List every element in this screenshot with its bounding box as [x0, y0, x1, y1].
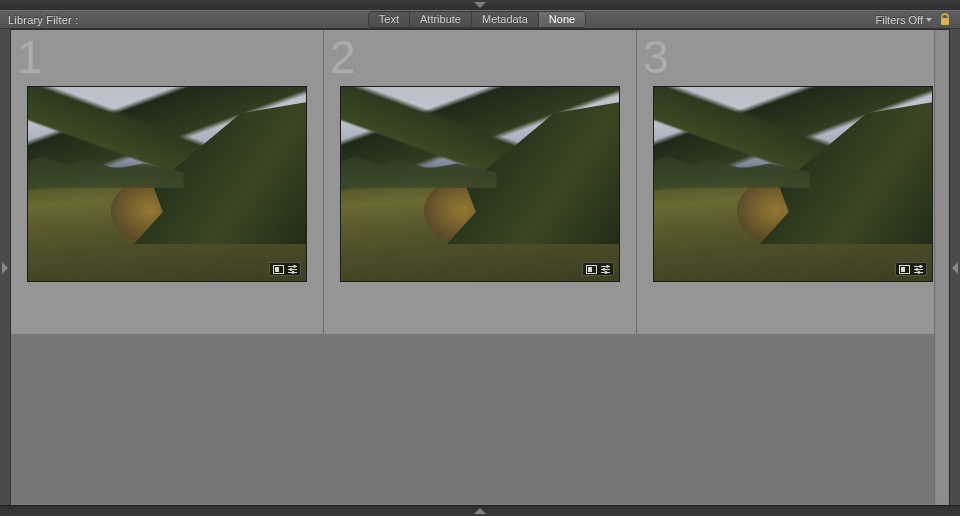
auto-tone-icon	[898, 264, 910, 274]
filter-lock-button[interactable]	[938, 13, 952, 27]
develop-adjust-icon	[599, 264, 611, 274]
svg-point-25	[919, 265, 922, 268]
svg-marker-28	[474, 508, 486, 514]
panel-toggle-right[interactable]	[950, 29, 960, 506]
grid-scrollbar[interactable]	[934, 30, 949, 505]
thumbnail-image	[341, 87, 619, 281]
panel-toggle-bottom[interactable]	[0, 505, 960, 516]
cell-index: 1	[17, 30, 43, 84]
cell-index: 2	[330, 30, 356, 84]
svg-point-7	[289, 268, 292, 271]
filter-bar-right: Filters Off	[876, 13, 952, 27]
develop-adjust-icon	[286, 264, 298, 274]
svg-point-15	[602, 268, 605, 271]
grid-row: 1 2	[11, 30, 949, 334]
expand-right-icon	[951, 258, 959, 278]
grid-cell[interactable]: 1	[11, 30, 324, 334]
expand-left-icon	[1, 258, 9, 278]
svg-rect-21	[901, 267, 905, 272]
collapse-top-icon	[470, 1, 490, 9]
svg-rect-5	[275, 267, 279, 272]
thumbnail-frame[interactable]	[27, 86, 307, 282]
filter-bar-title: Library Filter :	[8, 14, 78, 26]
filter-segmented-control: Text Attribute Metadata None	[78, 11, 875, 28]
thumbnail-image	[654, 87, 932, 281]
auto-tone-icon	[585, 264, 597, 274]
thumbnail-badge-group[interactable]	[895, 262, 927, 276]
svg-point-17	[606, 265, 609, 268]
svg-point-27	[917, 271, 920, 274]
develop-adjust-icon	[912, 264, 924, 274]
filter-segment-group: Text Attribute Metadata None	[368, 11, 586, 28]
thumbnail-frame[interactable]	[340, 86, 620, 282]
lock-icon	[939, 13, 951, 26]
filters-off-dropdown[interactable]: Filters Off	[876, 14, 932, 26]
svg-point-23	[915, 268, 918, 271]
filter-segment-none[interactable]: None	[539, 12, 585, 27]
filter-segment-attribute[interactable]: Attribute	[410, 12, 472, 27]
auto-tone-icon	[272, 264, 284, 274]
library-filter-bar: Library Filter : Text Attribute Metadata…	[0, 10, 960, 29]
grid-cell[interactable]: 3	[637, 30, 949, 334]
cell-index: 3	[643, 30, 669, 84]
svg-point-9	[293, 265, 296, 268]
thumbnail-image	[28, 87, 306, 281]
svg-marker-0	[474, 2, 486, 8]
svg-marker-2	[2, 262, 8, 274]
chevron-down-icon	[926, 18, 932, 22]
filter-segment-text[interactable]: Text	[369, 12, 410, 27]
collapse-bottom-icon	[470, 507, 490, 515]
svg-rect-1	[941, 18, 949, 25]
filters-off-label: Filters Off	[876, 14, 923, 26]
panel-toggle-left[interactable]	[0, 29, 10, 506]
svg-point-11	[291, 271, 294, 274]
filter-segment-metadata[interactable]: Metadata	[472, 12, 539, 27]
thumbnail-badge-group[interactable]	[269, 262, 301, 276]
grid-cell[interactable]: 2	[324, 30, 637, 334]
svg-rect-13	[588, 267, 592, 272]
thumbnail-frame[interactable]	[653, 86, 933, 282]
thumbnail-badge-group[interactable]	[582, 262, 614, 276]
svg-point-19	[604, 271, 607, 274]
svg-marker-3	[952, 262, 958, 274]
grid-workspace: 1 2	[10, 29, 950, 506]
